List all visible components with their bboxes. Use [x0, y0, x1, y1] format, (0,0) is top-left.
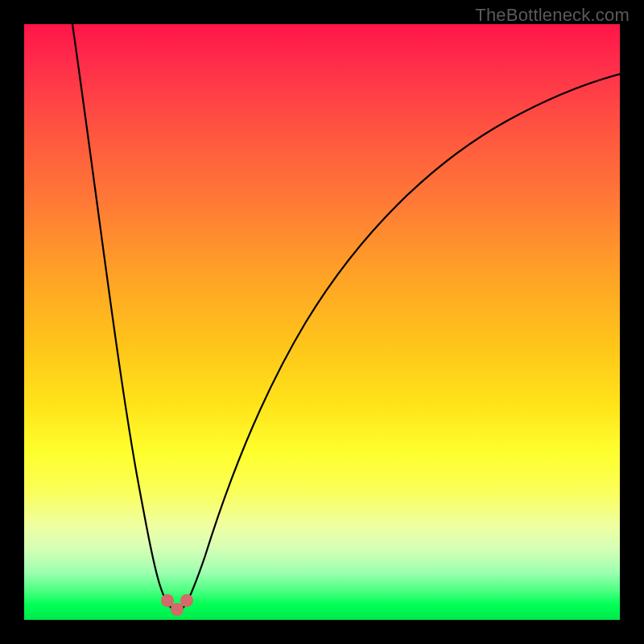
curve-right-branch — [185, 74, 620, 605]
chart-frame: TheBottleneck.com — [0, 0, 644, 644]
watermark-text: TheBottleneck.com — [475, 5, 630, 26]
curve-left-branch — [72, 24, 169, 605]
plot-area — [24, 24, 620, 620]
curve-layer — [24, 24, 620, 620]
